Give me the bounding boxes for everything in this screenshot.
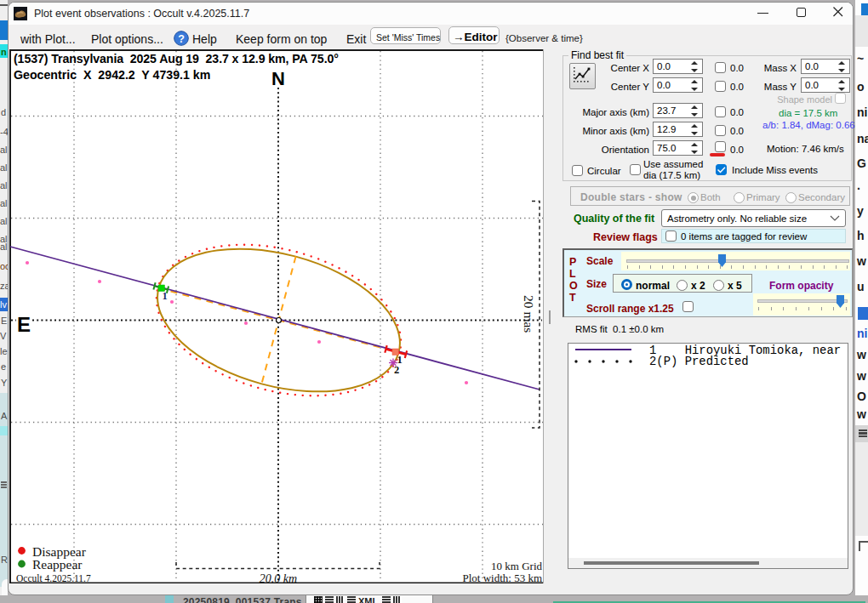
- svg-text:?: ?: [178, 33, 185, 45]
- svg-text:10 km Grid: 10 km Grid: [491, 560, 542, 572]
- svg-text:Plot width: 53 km: Plot width: 53 km: [462, 572, 542, 583]
- svg-text:2: 2: [394, 364, 399, 376]
- svg-text:(1537) Transylvania 2025 Aug: (1537) Transylvania 2025 Aug 19 23.7 x 1…: [14, 52, 339, 65]
- svg-text:Occult 4.2025.11.7: Occult 4.2025.11.7: [16, 573, 91, 583]
- svg-text:Reappear: Reappear: [32, 557, 83, 572]
- svg-text:N: N: [271, 68, 285, 89]
- svg-text:E: E: [17, 313, 31, 336]
- svg-text:1: 1: [163, 290, 168, 302]
- svg-text:20 mas: 20 mas: [522, 295, 536, 333]
- svg-text:Geocentric X 2942.2 Y 4739.: Geocentric X 2942.2 Y 4739.1 km: [14, 68, 210, 82]
- svg-text:20.0 km: 20.0 km: [260, 572, 297, 584]
- svg-text:Disappear: Disappear: [32, 544, 87, 559]
